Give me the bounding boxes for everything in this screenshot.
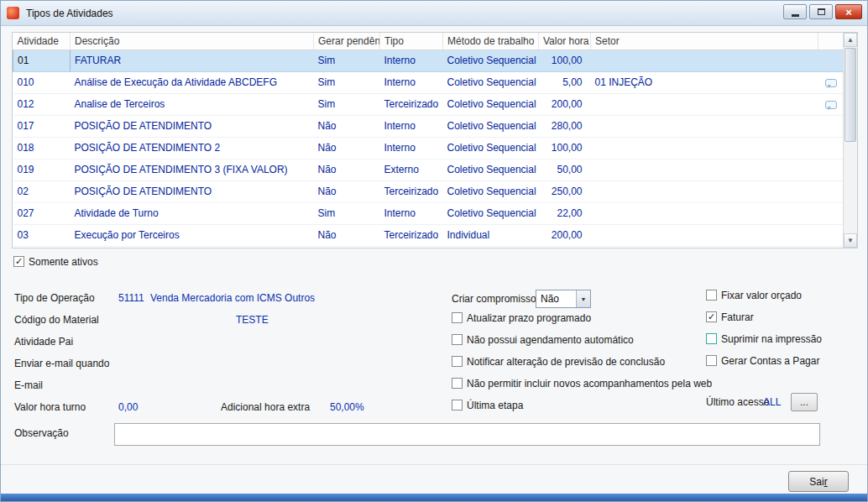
cell-valor_hora[interactable]: 200,00 — [539, 224, 591, 246]
activity-row[interactable]: 01FATURARSimInternoColetivo Sequencial10… — [13, 50, 844, 71]
activity-row[interactable]: 012Analise de TerceirosSimTerceirizadoCo… — [13, 93, 844, 115]
cell-tipo[interactable]: Interno — [380, 115, 443, 137]
cell-atividade[interactable]: 018 — [13, 137, 71, 159]
note-bubble-icon[interactable] — [825, 101, 837, 109]
cell-valor_hora[interactable]: 22,00 — [539, 202, 591, 224]
checkbox-row-fixar-valor-orcado[interactable]: Fixar valor orçado — [706, 288, 822, 302]
cell-tipo[interactable]: Terceirizado — [380, 224, 443, 246]
ultimo-acesso-value[interactable]: ALL — [763, 396, 781, 408]
column-header-metodo[interactable]: Método de trabalho — [443, 33, 539, 50]
cell-descricao[interactable]: FATURAR — [71, 50, 314, 71]
column-header-tipo[interactable]: Tipo — [380, 33, 443, 50]
scroll-up-arrow[interactable]: ▲ — [844, 33, 857, 47]
observacao-input[interactable] — [114, 423, 820, 446]
codigo-material-value[interactable]: TESTE — [236, 314, 269, 326]
cell-setor[interactable] — [591, 180, 818, 202]
cell-setor[interactable] — [591, 202, 818, 224]
checkbox-row-faturar[interactable]: ✓Faturar — [706, 310, 822, 324]
cell-descricao[interactable]: Atividade de Turno — [71, 202, 314, 224]
cell-descricao[interactable]: Analise de Terceiros — [71, 93, 314, 115]
cell-metodo[interactable]: Coletivo Sequencial — [443, 71, 539, 93]
criar-compromisso-select[interactable]: Não ▼ — [536, 290, 591, 308]
cell-setor[interactable] — [591, 50, 818, 71]
cell-tipo[interactable]: Externo — [380, 159, 443, 180]
gerar-contas-a-pagar-checkbox[interactable] — [706, 355, 717, 366]
checkbox-row-notificar-alteracao-previsao-conclusao[interactable]: Notificar alteração de previsão de concl… — [452, 354, 712, 369]
cell-descricao[interactable]: Análise de Execução da Atividade ABCDEFG — [71, 71, 314, 93]
cell-tipo[interactable]: Interno — [380, 71, 443, 93]
activity-row[interactable]: 018POSIÇÃO DE ATENDIMENTO 2NãoInternoCol… — [13, 137, 844, 159]
nao-permitir-incluir-acompanhamentos-web-checkbox[interactable] — [452, 378, 463, 389]
scroll-down-arrow[interactable]: ▼ — [844, 233, 857, 248]
cell-metodo[interactable]: Coletivo Sequencial — [443, 50, 539, 71]
fixar-valor-orcado-checkbox[interactable] — [706, 290, 717, 301]
cell-valor_hora[interactable]: 200,00 — [539, 93, 591, 115]
cell-metodo[interactable]: Coletivo Sequencial — [443, 180, 539, 202]
cell-descricao[interactable]: Execução por Terceiros — [71, 224, 314, 246]
cell-tipo[interactable]: Interno — [380, 137, 443, 159]
cell-atividade[interactable]: 019 — [13, 159, 71, 180]
cell-metodo[interactable]: Coletivo Sequencial — [443, 202, 539, 224]
notificar-alteracao-previsao-conclusao-checkbox[interactable] — [452, 356, 463, 367]
column-header-valor_hora[interactable]: Valor hora — [539, 33, 591, 50]
adicional-hora-extra-value[interactable]: 50,00% — [330, 401, 364, 413]
cell-setor[interactable] — [591, 93, 818, 115]
cell-setor[interactable] — [591, 115, 818, 137]
cell-gerar_pendencia[interactable]: Sim — [314, 202, 380, 224]
nao-possui-agendamento-automatico-checkbox[interactable] — [452, 334, 463, 345]
checkbox-row-suprimir-na-impressao[interactable]: Suprimir na impressão — [706, 332, 822, 346]
activity-row[interactable]: 019POSIÇÃO DE ATENDIMENTO 3 (FIXA VALOR)… — [13, 159, 844, 180]
cell-gerar_pendencia[interactable]: Não — [314, 115, 380, 137]
column-header-descricao[interactable]: Descrição — [71, 33, 314, 50]
cell-tipo[interactable]: Terceirizado — [380, 93, 443, 115]
column-header-gerar_pendencia[interactable]: Gerar pendência — [314, 33, 380, 50]
cell-gerar_pendencia[interactable]: Não — [314, 159, 380, 180]
note-bubble-icon[interactable] — [825, 79, 837, 87]
cell-setor[interactable] — [591, 137, 818, 159]
chevron-down-icon[interactable]: ▼ — [576, 290, 590, 307]
cell-descricao[interactable]: POSIÇÃO DE ATENDIMENTO — [71, 180, 314, 202]
cell-tipo[interactable]: Terceirizado — [380, 180, 443, 202]
cell-setor[interactable]: 01 INJEÇÃO — [591, 71, 818, 93]
cell-valor_hora[interactable]: 280,00 — [539, 115, 591, 137]
cell-atividade[interactable]: 010 — [13, 71, 71, 93]
cell-valor_hora[interactable]: 50,00 — [539, 159, 591, 180]
vertical-scrollbar[interactable]: ▲ ▼ — [843, 33, 857, 248]
maximize-button[interactable] — [809, 4, 833, 19]
tipo-operacao-code[interactable]: 51111 — [118, 292, 144, 304]
cell-metodo[interactable]: Coletivo Sequencial — [443, 115, 539, 137]
cell-gerar_pendencia[interactable]: Não — [314, 137, 380, 159]
valor-hora-turno-value[interactable]: 0,00 — [118, 401, 138, 413]
activity-row[interactable]: 010Análise de Execução da Atividade ABCD… — [13, 71, 844, 93]
somente-ativos-checkbox[interactable]: ✓ — [13, 256, 24, 267]
checkbox-row-nao-permitir-incluir-acompanhamentos-web[interactable]: Não permitir incluir novos acompanhament… — [452, 376, 712, 390]
activity-row[interactable]: 02POSIÇÃO DE ATENDIMENTONãoTerceirizadoC… — [13, 180, 844, 202]
minimize-button[interactable] — [783, 4, 807, 19]
atualizar-prazo-programado-checkbox[interactable] — [452, 312, 463, 323]
cell-gerar_pendencia[interactable]: Sim — [314, 71, 380, 93]
cell-metodo[interactable]: Coletivo Sequencial — [443, 159, 539, 180]
cell-tipo[interactable]: Interno — [380, 50, 443, 71]
suprimir-na-impressao-checkbox[interactable] — [706, 333, 717, 344]
activity-row[interactable]: 017POSIÇÃO DE ATENDIMENTONãoInternoColet… — [13, 115, 844, 137]
cell-atividade[interactable]: 017 — [13, 115, 71, 137]
cell-atividade[interactable]: 01 — [13, 50, 71, 71]
cell-setor[interactable] — [591, 159, 818, 180]
cell-metodo[interactable]: Coletivo Sequencial — [443, 93, 539, 115]
checkbox-row-atualizar-prazo-programado[interactable]: Atualizar prazo programado — [452, 311, 712, 325]
scroll-thumb[interactable] — [844, 48, 856, 142]
cell-metodo[interactable]: Individual — [443, 224, 539, 246]
cell-metodo[interactable]: Coletivo Sequencial — [443, 137, 539, 159]
cell-tipo[interactable]: Interno — [380, 202, 443, 224]
close-button[interactable]: × — [835, 4, 862, 19]
checkbox-row-nao-possui-agendamento-automatico[interactable]: Não possui agendamento automático — [452, 332, 712, 347]
cell-atividade[interactable]: 012 — [13, 93, 71, 115]
cell-descricao[interactable]: POSIÇÃO DE ATENDIMENTO — [71, 115, 314, 137]
activity-row[interactable]: 027Atividade de TurnoSimInternoColetivo … — [13, 202, 844, 224]
cell-gerar_pendencia[interactable]: Não — [314, 224, 380, 246]
ultimo-acesso-browse-button[interactable]: ... — [791, 393, 818, 411]
cell-setor[interactable] — [591, 224, 818, 246]
faturar-checkbox[interactable]: ✓ — [706, 311, 717, 322]
cell-atividade[interactable]: 027 — [13, 202, 71, 224]
checkbox-row-gerar-contas-a-pagar[interactable]: Gerar Contas a Pagar — [706, 353, 822, 368]
